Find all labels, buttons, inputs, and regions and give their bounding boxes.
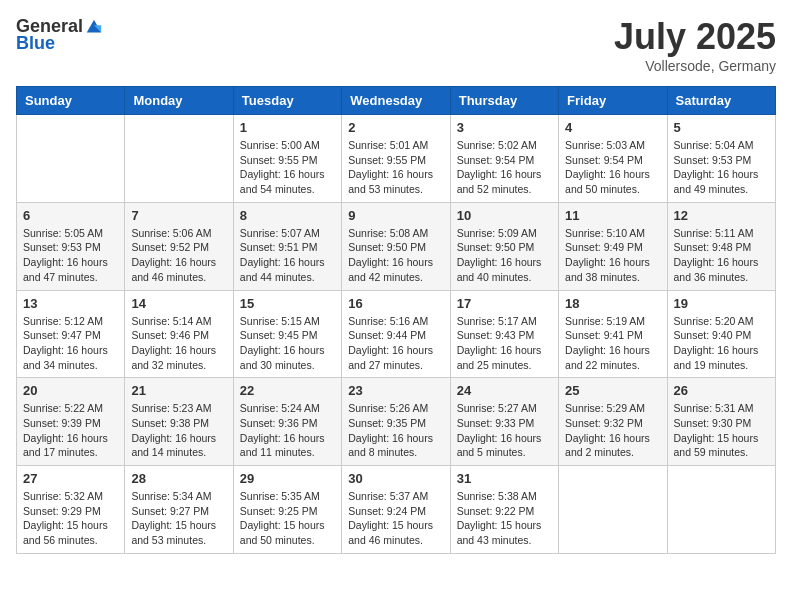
day-info: Sunrise: 5:02 AM Sunset: 9:54 PM Dayligh… xyxy=(457,138,552,197)
day-number: 19 xyxy=(674,296,769,311)
day-number: 21 xyxy=(131,383,226,398)
day-number: 24 xyxy=(457,383,552,398)
day-info: Sunrise: 5:14 AM Sunset: 9:46 PM Dayligh… xyxy=(131,314,226,373)
day-info: Sunrise: 5:34 AM Sunset: 9:27 PM Dayligh… xyxy=(131,489,226,548)
calendar-cell: 5Sunrise: 5:04 AM Sunset: 9:53 PM Daylig… xyxy=(667,115,775,203)
page-title: July 2025 xyxy=(614,16,776,58)
header-day-friday: Friday xyxy=(559,87,667,115)
logo-icon xyxy=(85,18,103,36)
day-info: Sunrise: 5:29 AM Sunset: 9:32 PM Dayligh… xyxy=(565,401,660,460)
day-number: 1 xyxy=(240,120,335,135)
calendar-cell: 14Sunrise: 5:14 AM Sunset: 9:46 PM Dayli… xyxy=(125,290,233,378)
calendar-cell: 23Sunrise: 5:26 AM Sunset: 9:35 PM Dayli… xyxy=(342,378,450,466)
calendar-cell: 15Sunrise: 5:15 AM Sunset: 9:45 PM Dayli… xyxy=(233,290,341,378)
day-info: Sunrise: 5:05 AM Sunset: 9:53 PM Dayligh… xyxy=(23,226,118,285)
day-number: 13 xyxy=(23,296,118,311)
day-number: 26 xyxy=(674,383,769,398)
calendar-cell: 28Sunrise: 5:34 AM Sunset: 9:27 PM Dayli… xyxy=(125,466,233,554)
calendar-cell: 1Sunrise: 5:00 AM Sunset: 9:55 PM Daylig… xyxy=(233,115,341,203)
calendar-cell: 27Sunrise: 5:32 AM Sunset: 9:29 PM Dayli… xyxy=(17,466,125,554)
day-info: Sunrise: 5:31 AM Sunset: 9:30 PM Dayligh… xyxy=(674,401,769,460)
day-info: Sunrise: 5:11 AM Sunset: 9:48 PM Dayligh… xyxy=(674,226,769,285)
calendar-cell: 17Sunrise: 5:17 AM Sunset: 9:43 PM Dayli… xyxy=(450,290,558,378)
calendar-cell: 13Sunrise: 5:12 AM Sunset: 9:47 PM Dayli… xyxy=(17,290,125,378)
day-info: Sunrise: 5:04 AM Sunset: 9:53 PM Dayligh… xyxy=(674,138,769,197)
day-number: 3 xyxy=(457,120,552,135)
calendar-cell: 22Sunrise: 5:24 AM Sunset: 9:36 PM Dayli… xyxy=(233,378,341,466)
day-number: 10 xyxy=(457,208,552,223)
day-number: 20 xyxy=(23,383,118,398)
day-number: 4 xyxy=(565,120,660,135)
day-info: Sunrise: 5:10 AM Sunset: 9:49 PM Dayligh… xyxy=(565,226,660,285)
calendar-week-row: 6Sunrise: 5:05 AM Sunset: 9:53 PM Daylig… xyxy=(17,202,776,290)
calendar-cell: 4Sunrise: 5:03 AM Sunset: 9:54 PM Daylig… xyxy=(559,115,667,203)
day-number: 2 xyxy=(348,120,443,135)
calendar-cell: 26Sunrise: 5:31 AM Sunset: 9:30 PM Dayli… xyxy=(667,378,775,466)
header-day-saturday: Saturday xyxy=(667,87,775,115)
calendar-cell: 10Sunrise: 5:09 AM Sunset: 9:50 PM Dayli… xyxy=(450,202,558,290)
header-day-monday: Monday xyxy=(125,87,233,115)
day-info: Sunrise: 5:00 AM Sunset: 9:55 PM Dayligh… xyxy=(240,138,335,197)
calendar-cell: 24Sunrise: 5:27 AM Sunset: 9:33 PM Dayli… xyxy=(450,378,558,466)
calendar-cell xyxy=(17,115,125,203)
calendar-cell xyxy=(559,466,667,554)
day-info: Sunrise: 5:08 AM Sunset: 9:50 PM Dayligh… xyxy=(348,226,443,285)
day-number: 16 xyxy=(348,296,443,311)
calendar-cell: 12Sunrise: 5:11 AM Sunset: 9:48 PM Dayli… xyxy=(667,202,775,290)
day-info: Sunrise: 5:03 AM Sunset: 9:54 PM Dayligh… xyxy=(565,138,660,197)
day-number: 12 xyxy=(674,208,769,223)
calendar-cell: 31Sunrise: 5:38 AM Sunset: 9:22 PM Dayli… xyxy=(450,466,558,554)
day-number: 18 xyxy=(565,296,660,311)
day-number: 15 xyxy=(240,296,335,311)
calendar-cell: 2Sunrise: 5:01 AM Sunset: 9:55 PM Daylig… xyxy=(342,115,450,203)
day-info: Sunrise: 5:15 AM Sunset: 9:45 PM Dayligh… xyxy=(240,314,335,373)
day-info: Sunrise: 5:24 AM Sunset: 9:36 PM Dayligh… xyxy=(240,401,335,460)
day-info: Sunrise: 5:01 AM Sunset: 9:55 PM Dayligh… xyxy=(348,138,443,197)
day-number: 31 xyxy=(457,471,552,486)
calendar-cell: 16Sunrise: 5:16 AM Sunset: 9:44 PM Dayli… xyxy=(342,290,450,378)
day-info: Sunrise: 5:20 AM Sunset: 9:40 PM Dayligh… xyxy=(674,314,769,373)
calendar-cell: 29Sunrise: 5:35 AM Sunset: 9:25 PM Dayli… xyxy=(233,466,341,554)
page-subtitle: Vollersode, Germany xyxy=(614,58,776,74)
day-info: Sunrise: 5:26 AM Sunset: 9:35 PM Dayligh… xyxy=(348,401,443,460)
calendar-cell: 19Sunrise: 5:20 AM Sunset: 9:40 PM Dayli… xyxy=(667,290,775,378)
logo-blue: Blue xyxy=(16,33,55,54)
calendar-week-row: 20Sunrise: 5:22 AM Sunset: 9:39 PM Dayli… xyxy=(17,378,776,466)
day-info: Sunrise: 5:27 AM Sunset: 9:33 PM Dayligh… xyxy=(457,401,552,460)
calendar-cell xyxy=(667,466,775,554)
calendar-cell: 25Sunrise: 5:29 AM Sunset: 9:32 PM Dayli… xyxy=(559,378,667,466)
day-number: 5 xyxy=(674,120,769,135)
calendar-week-row: 27Sunrise: 5:32 AM Sunset: 9:29 PM Dayli… xyxy=(17,466,776,554)
day-number: 11 xyxy=(565,208,660,223)
title-area: July 2025 Vollersode, Germany xyxy=(614,16,776,74)
day-number: 7 xyxy=(131,208,226,223)
day-number: 22 xyxy=(240,383,335,398)
logo: General Blue xyxy=(16,16,103,54)
day-info: Sunrise: 5:35 AM Sunset: 9:25 PM Dayligh… xyxy=(240,489,335,548)
header-day-thursday: Thursday xyxy=(450,87,558,115)
calendar-table: SundayMondayTuesdayWednesdayThursdayFrid… xyxy=(16,86,776,554)
calendar-cell: 6Sunrise: 5:05 AM Sunset: 9:53 PM Daylig… xyxy=(17,202,125,290)
calendar-header-row: SundayMondayTuesdayWednesdayThursdayFrid… xyxy=(17,87,776,115)
day-number: 30 xyxy=(348,471,443,486)
calendar-cell: 7Sunrise: 5:06 AM Sunset: 9:52 PM Daylig… xyxy=(125,202,233,290)
day-number: 9 xyxy=(348,208,443,223)
header-day-sunday: Sunday xyxy=(17,87,125,115)
day-info: Sunrise: 5:19 AM Sunset: 9:41 PM Dayligh… xyxy=(565,314,660,373)
day-info: Sunrise: 5:37 AM Sunset: 9:24 PM Dayligh… xyxy=(348,489,443,548)
day-info: Sunrise: 5:17 AM Sunset: 9:43 PM Dayligh… xyxy=(457,314,552,373)
day-number: 28 xyxy=(131,471,226,486)
calendar-cell: 9Sunrise: 5:08 AM Sunset: 9:50 PM Daylig… xyxy=(342,202,450,290)
calendar-cell: 8Sunrise: 5:07 AM Sunset: 9:51 PM Daylig… xyxy=(233,202,341,290)
day-info: Sunrise: 5:09 AM Sunset: 9:50 PM Dayligh… xyxy=(457,226,552,285)
day-number: 23 xyxy=(348,383,443,398)
header-day-wednesday: Wednesday xyxy=(342,87,450,115)
calendar-week-row: 13Sunrise: 5:12 AM Sunset: 9:47 PM Dayli… xyxy=(17,290,776,378)
calendar-cell: 18Sunrise: 5:19 AM Sunset: 9:41 PM Dayli… xyxy=(559,290,667,378)
page-header: General Blue July 2025 Vollersode, Germa… xyxy=(16,16,776,74)
header-day-tuesday: Tuesday xyxy=(233,87,341,115)
day-info: Sunrise: 5:32 AM Sunset: 9:29 PM Dayligh… xyxy=(23,489,118,548)
calendar-cell: 3Sunrise: 5:02 AM Sunset: 9:54 PM Daylig… xyxy=(450,115,558,203)
day-number: 14 xyxy=(131,296,226,311)
day-number: 25 xyxy=(565,383,660,398)
